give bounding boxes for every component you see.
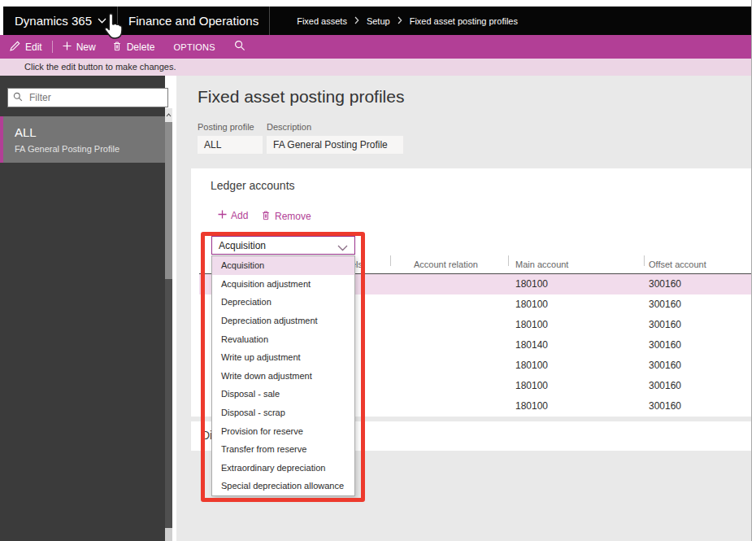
app-window: Dynamics 365 Finance and Operations Fixe… — [0, 0, 756, 541]
delete-button[interactable]: Delete — [104, 35, 163, 59]
posting-profile-value[interactable]: ALL — [198, 136, 263, 154]
profile-id: ALL — [15, 125, 165, 139]
dropdown-option-special-depreciation-allowance[interactable]: Special depreciation allowance — [212, 477, 354, 495]
filter-input[interactable] — [28, 91, 163, 104]
topbar-divider — [117, 7, 118, 35]
dropdown-option-depreciation[interactable]: Depreciation — [212, 293, 354, 312]
column-header-offset-account[interactable]: Offset account — [649, 260, 706, 269]
scrollbar-thumb[interactable] — [165, 122, 172, 279]
main-content: Fixed asset posting profiles Posting pro… — [176, 76, 752, 541]
offset-account-cell[interactable]: 300160 — [649, 396, 681, 417]
window-margin — [752, 0, 756, 541]
offset-account-cell[interactable]: 300160 — [649, 356, 681, 376]
plus-icon — [63, 41, 72, 53]
column-header-main-account[interactable]: Main account — [515, 260, 568, 269]
main-account-cell[interactable]: 180100 — [515, 274, 548, 294]
trash-icon — [261, 210, 271, 223]
search-icon — [13, 90, 23, 105]
dropdown-option-disposal-scrap[interactable]: Disposal - scrap — [212, 404, 354, 422]
offset-account-cell[interactable]: 300160 — [649, 294, 681, 315]
scroll-down-button[interactable] — [165, 528, 172, 541]
new-button[interactable]: New — [54, 35, 104, 59]
main-account-cell[interactable]: 180100 — [515, 294, 548, 315]
breadcrumb-fixed-asset-posting-profiles[interactable]: Fixed asset posting profiles — [410, 16, 518, 26]
column-divider — [390, 255, 391, 266]
offset-account-cell[interactable]: 300160 — [649, 274, 681, 294]
column-divider — [644, 255, 645, 266]
description-label: Description — [267, 122, 403, 132]
ledger-accounts-title: Ledger accounts — [211, 179, 295, 192]
add-button[interactable]: Add — [218, 210, 248, 221]
description-value[interactable]: FA General Posting Profile — [267, 136, 403, 154]
chevron-right-icon — [354, 16, 359, 26]
topbar-divider — [269, 7, 270, 35]
notification-bar: Click the edit button to make changes. — [0, 59, 752, 76]
dropdown-option-provision-for-reserve[interactable]: Provision for reserve — [212, 421, 354, 440]
dropdown-option-acquisition[interactable]: Acquisition — [212, 256, 354, 275]
notification-message: Click the edit button to make changes. — [24, 62, 176, 72]
dropdown-option-write-up-adjustment[interactable]: Write up adjustment — [212, 348, 354, 367]
chevron-down-icon[interactable] — [337, 242, 348, 254]
search-icon — [234, 40, 245, 54]
pencil-icon — [10, 41, 20, 54]
posting-profile-label: Posting profile — [198, 122, 263, 132]
offset-account-cell[interactable]: 300160 — [649, 335, 681, 356]
plus-icon — [218, 210, 227, 221]
page-title: Fixed asset posting profiles — [198, 87, 404, 107]
command-bar-divider — [52, 41, 53, 53]
posting-type-value: Acquisition — [219, 240, 266, 251]
column-divider — [508, 255, 509, 266]
trash-icon — [112, 41, 122, 54]
dropdown-option-depreciation-adjustment[interactable]: Depreciation adjustment — [212, 312, 354, 330]
remove-button[interactable]: Remove — [261, 210, 311, 223]
dropdown-option-transfer-from-reserve[interactable]: Transfer from reserve — [212, 440, 354, 459]
edit-button[interactable]: Edit — [0, 35, 50, 59]
profiles-sidebar: ALL FA General Posting Profile — [0, 76, 165, 541]
chevron-right-icon — [398, 16, 402, 26]
dropdown-option-acquisition-adjustment[interactable]: Acquisition adjustment — [212, 275, 354, 294]
main-account-cell[interactable]: 180140 — [515, 335, 548, 356]
dropdown-option-extraordinary-depreciation[interactable]: Extraordinary depreciation — [212, 459, 354, 478]
dropdown-option-write-down-adjustment[interactable]: Write down adjustment — [212, 367, 354, 386]
main-account-cell[interactable]: 180100 — [515, 315, 548, 335]
dropdown-option-revaluation[interactable]: Revaluation — [212, 329, 354, 348]
filter-box[interactable] — [7, 88, 168, 107]
top-app-bar: Dynamics 365 Finance and Operations Fixe… — [3, 7, 752, 35]
command-bar: Edit New Delete OPTIONS — [0, 35, 752, 59]
main-account-cell[interactable]: 180100 — [515, 356, 548, 376]
scroll-up-button[interactable] — [165, 108, 172, 122]
posting-type-combobox[interactable]: Acquisition — [211, 236, 355, 255]
column-header-account-relation[interactable]: Account relation — [414, 260, 478, 269]
breadcrumb: Fixed assets Setup Fixed asset posting p… — [297, 16, 518, 26]
product-name[interactable]: Finance and Operations — [128, 14, 259, 28]
breadcrumb-fixed-assets[interactable]: Fixed assets — [297, 16, 347, 26]
profile-description: FA General Posting Profile — [15, 144, 165, 154]
chevron-down-icon[interactable] — [98, 18, 106, 24]
chevron-up-icon — [166, 113, 172, 117]
offset-account-cell[interactable]: 300160 — [649, 376, 681, 396]
sidebar-scrollbar[interactable] — [165, 108, 172, 541]
main-account-cell[interactable]: 180100 — [515, 396, 548, 417]
posting-type-dropdown: Acquisition Acquisition adjustment Depre… — [211, 255, 355, 496]
app-launcher-dynamics365[interactable]: Dynamics 365 — [15, 14, 92, 28]
dropdown-option-disposal-sale[interactable]: Disposal - sale — [212, 385, 354, 404]
options-button[interactable]: OPTIONS — [163, 35, 226, 59]
breadcrumb-setup[interactable]: Setup — [367, 16, 390, 26]
main-account-cell[interactable]: 180100 — [515, 376, 548, 396]
search-button[interactable] — [226, 35, 254, 59]
offset-account-cell[interactable]: 300160 — [649, 315, 681, 335]
posting-profile-field: Posting profile ALL — [198, 122, 263, 154]
description-field: Description FA General Posting Profile — [267, 122, 403, 154]
sidebar-item-all-profile[interactable]: ALL FA General Posting Profile — [0, 116, 165, 163]
